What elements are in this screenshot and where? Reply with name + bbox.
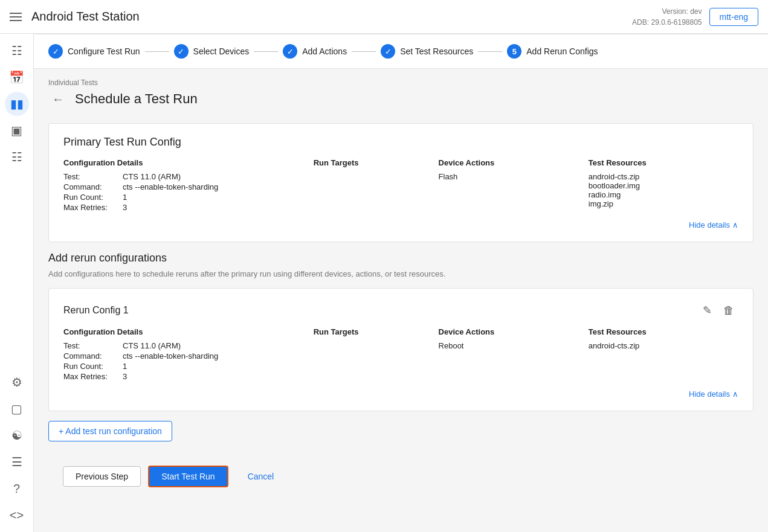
menu-icon[interactable] xyxy=(10,13,22,21)
rerun-col-run-targets: Run Targets xyxy=(314,327,439,341)
primary-config-grid: Configuration Details Run Targets Device… xyxy=(63,158,738,213)
page-header: ← Schedule a Test Run xyxy=(48,89,753,109)
step-1-circle xyxy=(48,44,63,59)
rerun-hide-details[interactable]: Hide details ∧ xyxy=(63,389,738,399)
add-config-button[interactable]: + Add test run configuration xyxy=(48,421,172,441)
step-add-rerun: 5 Add Rerun Configs xyxy=(507,44,598,59)
chevron-up-icon: ∧ xyxy=(732,220,738,229)
android-icon: ☯ xyxy=(11,428,22,443)
rerun-col-device-actions: Device Actions xyxy=(439,327,589,341)
rerun-col-config: Configuration Details xyxy=(63,327,314,341)
primary-hide-details[interactable]: Hide details ∧ xyxy=(63,220,738,229)
sidebar-item-window[interactable]: ▢ xyxy=(5,397,29,421)
step-5-label: Add Rerun Configs xyxy=(526,46,598,56)
grid-icon: ☷ xyxy=(11,150,22,164)
step-3-circle xyxy=(283,44,297,59)
start-test-run-button[interactable]: Start Test Run xyxy=(148,466,228,487)
primary-device-actions: Flash xyxy=(439,172,589,213)
step-divider-1 xyxy=(145,51,169,52)
sidebar-item-grid[interactable]: ☷ xyxy=(5,145,29,169)
env-button[interactable]: mtt-eng xyxy=(709,8,758,26)
calendar-icon: 📅 xyxy=(9,70,24,85)
primary-run-targets xyxy=(314,172,439,213)
primary-config-details: Test:CTS 11.0 (ARM) Command:cts --enable… xyxy=(63,172,314,213)
sidebar-item-code[interactable]: <> xyxy=(5,503,29,527)
rerun-config-1-details: Test:CTS 11.0 (ARM) Command:cts --enable… xyxy=(63,341,314,382)
rerun-section-description: Add configurations here to schedule reru… xyxy=(48,269,753,278)
step-3-label: Add Actions xyxy=(302,46,347,56)
step-2-label: Select Devices xyxy=(193,46,250,56)
rerun-device-actions: Reboot xyxy=(439,341,589,382)
step-divider-4 xyxy=(478,51,502,52)
step-set-resources: Set Test Resources xyxy=(381,44,473,59)
analytics-icon: ▮▮ xyxy=(10,97,24,111)
content-area: Individual Tests ← Schedule a Test Run P… xyxy=(34,69,768,507)
rerun-section-title: Add rerun configurations xyxy=(48,252,753,264)
delete-rerun-config-button[interactable]: 🗑 xyxy=(719,301,738,320)
step-4-circle xyxy=(381,44,395,59)
primary-config-title: Primary Test Run Config xyxy=(63,136,738,149)
footer-actions: Previous Step Start Test Run Cancel xyxy=(48,456,753,497)
app-title: Android Test Station xyxy=(31,10,632,24)
sidebar-item-help[interactable]: ? xyxy=(5,476,29,501)
primary-col-run-targets: Run Targets xyxy=(314,158,439,172)
sidebar: ☷ 📅 ▮▮ ▣ ☷ ⚙ ▢ ☯ ☰ ? <> xyxy=(0,34,34,532)
sidebar-item-tasks[interactable]: ☷ xyxy=(5,39,29,63)
sidebar-item-analytics[interactable]: ▮▮ xyxy=(5,92,29,116)
rerun-section-header: Add rerun configurations Add configurati… xyxy=(48,252,753,278)
list-icon: ☰ xyxy=(11,455,22,469)
rerun-chevron-up-icon: ∧ xyxy=(732,389,738,399)
rerun-col-test-resources: Test Resources xyxy=(589,327,738,341)
sidebar-item-calendar[interactable]: 📅 xyxy=(5,65,29,89)
rerun-config-1-title: Rerun Config 1 xyxy=(63,305,129,316)
step-select-devices: Select Devices xyxy=(174,44,250,59)
rerun-config-1-actions: ✎ 🗑 xyxy=(697,301,738,320)
window-icon: ▢ xyxy=(11,402,22,416)
page-title: Schedule a Test Run xyxy=(75,91,198,107)
step-4-label: Set Test Resources xyxy=(400,46,473,56)
breadcrumb: Individual Tests xyxy=(48,79,753,87)
rerun-config-1-card: Rerun Config 1 ✎ 🗑 Configuration Details… xyxy=(48,288,753,411)
settings-icon: ⚙ xyxy=(11,375,22,389)
primary-test-resources: android-cts.zip bootloader.img radio.img… xyxy=(589,172,738,213)
step-divider-2 xyxy=(254,51,278,52)
edit-rerun-config-button[interactable]: ✎ xyxy=(697,301,717,320)
rerun-run-targets xyxy=(314,341,439,382)
steps-bar: Configure Test Run Select Devices Add Ac… xyxy=(34,34,768,69)
sidebar-item-settings[interactable]: ⚙ xyxy=(5,370,29,394)
primary-col-config: Configuration Details xyxy=(63,158,314,172)
previous-step-button[interactable]: Previous Step xyxy=(63,466,141,487)
sidebar-item-list[interactable]: ☰ xyxy=(5,450,29,474)
code-icon: <> xyxy=(10,508,24,522)
primary-col-test-resources: Test Resources xyxy=(589,158,738,172)
rerun-config-1-grid: Configuration Details Run Targets Device… xyxy=(63,327,738,382)
step-add-actions: Add Actions xyxy=(283,44,347,59)
tasks-icon: ☷ xyxy=(11,43,22,58)
step-2-circle xyxy=(174,44,189,59)
step-divider-3 xyxy=(352,51,376,52)
sidebar-item-android[interactable]: ☯ xyxy=(5,423,29,447)
phone-icon: ▣ xyxy=(11,123,22,138)
topbar: Android Test Station Version: dev ADB: 2… xyxy=(0,0,768,34)
rerun-config-1-header: Rerun Config 1 ✎ 🗑 xyxy=(63,301,738,320)
back-button[interactable]: ← xyxy=(48,89,68,109)
step-1-label: Configure Test Run xyxy=(68,46,140,56)
main-content: Configure Test Run Select Devices Add Ac… xyxy=(34,34,768,532)
step-configure: Configure Test Run xyxy=(48,44,140,59)
sidebar-item-devices[interactable]: ▣ xyxy=(5,118,29,143)
primary-config-card: Primary Test Run Config Configuration De… xyxy=(48,123,753,242)
step-5-circle: 5 xyxy=(507,44,521,59)
version-info: Version: dev ADB: 29.0.6-6198805 xyxy=(632,6,702,28)
cancel-button[interactable]: Cancel xyxy=(236,467,286,486)
help-icon: ? xyxy=(13,482,20,496)
rerun-test-resources: android-cts.zip xyxy=(589,341,738,382)
primary-col-device-actions: Device Actions xyxy=(439,158,589,172)
